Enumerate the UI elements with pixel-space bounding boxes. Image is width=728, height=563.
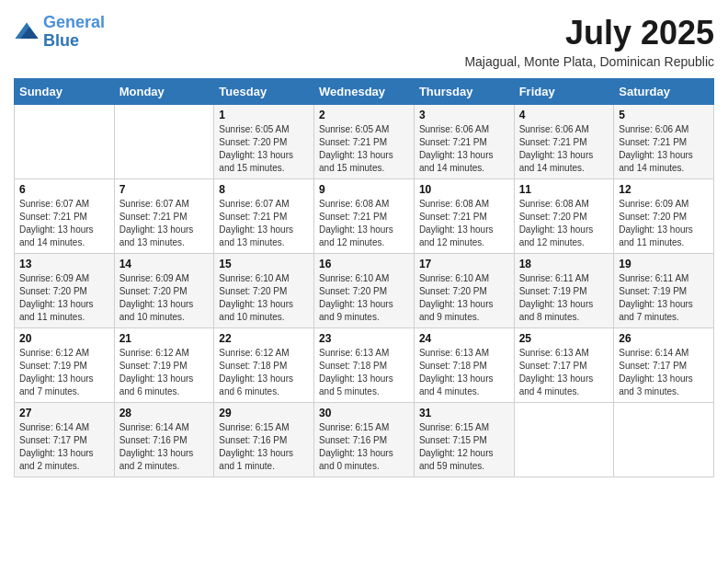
day-info: Sunrise: 6:07 AM Sunset: 7:21 PM Dayligh…: [119, 198, 210, 249]
day-info: Sunrise: 6:13 AM Sunset: 7:17 PM Dayligh…: [519, 347, 609, 398]
day-info: Sunrise: 6:08 AM Sunset: 7:21 PM Dayligh…: [319, 198, 409, 249]
day-number: 4: [519, 109, 609, 121]
day-info: Sunrise: 6:15 AM Sunset: 7:15 PM Dayligh…: [419, 421, 509, 473]
day-info: Sunrise: 6:12 AM Sunset: 7:19 PM Dayligh…: [119, 347, 210, 398]
calendar: SundayMondayTuesdayWednesdayThursdayFrid…: [14, 78, 714, 477]
calendar-week-row: 1Sunrise: 6:05 AM Sunset: 7:20 PM Daylig…: [15, 105, 714, 179]
calendar-cell: 3Sunrise: 6:06 AM Sunset: 7:21 PM Daylig…: [414, 105, 514, 179]
day-info: Sunrise: 6:07 AM Sunset: 7:21 PM Dayligh…: [219, 198, 309, 249]
calendar-cell: 21Sunrise: 6:12 AM Sunset: 7:19 PM Dayli…: [114, 328, 214, 403]
calendar-cell: 20Sunrise: 6:12 AM Sunset: 7:19 PM Dayli…: [15, 328, 115, 403]
calendar-cell: 27Sunrise: 6:14 AM Sunset: 7:17 PM Dayli…: [15, 403, 115, 477]
day-number: 24: [419, 332, 509, 345]
day-info: Sunrise: 6:14 AM Sunset: 7:16 PM Dayligh…: [119, 421, 210, 473]
day-info: Sunrise: 6:09 AM Sunset: 7:20 PM Dayligh…: [19, 272, 109, 324]
day-info: Sunrise: 6:10 AM Sunset: 7:20 PM Dayligh…: [419, 272, 509, 324]
day-number: 26: [619, 332, 709, 345]
logo-icon: [14, 19, 40, 45]
calendar-cell: [15, 105, 115, 179]
calendar-cell: 8Sunrise: 6:07 AM Sunset: 7:21 PM Daylig…: [214, 179, 314, 254]
calendar-cell: 25Sunrise: 6:13 AM Sunset: 7:17 PM Dayli…: [514, 328, 614, 403]
calendar-day-header: Friday: [514, 79, 614, 105]
day-number: 10: [419, 183, 509, 196]
day-number: 7: [119, 183, 210, 196]
logo: General Blue: [14, 14, 105, 51]
calendar-cell: 23Sunrise: 6:13 AM Sunset: 7:18 PM Dayli…: [314, 328, 415, 403]
calendar-cell: 7Sunrise: 6:07 AM Sunset: 7:21 PM Daylig…: [114, 179, 214, 254]
calendar-header-row: SundayMondayTuesdayWednesdayThursdayFrid…: [15, 79, 714, 105]
calendar-cell: 10Sunrise: 6:08 AM Sunset: 7:21 PM Dayli…: [414, 179, 514, 254]
day-number: 2: [319, 109, 409, 121]
month-title: July 2025: [464, 14, 714, 52]
day-number: 20: [19, 332, 109, 345]
day-number: 16: [319, 258, 409, 270]
calendar-week-row: 13Sunrise: 6:09 AM Sunset: 7:20 PM Dayli…: [15, 254, 714, 328]
day-number: 6: [19, 183, 109, 196]
logo-line1: General: [43, 13, 105, 31]
day-info: Sunrise: 6:09 AM Sunset: 7:20 PM Dayligh…: [619, 198, 709, 249]
day-number: 1: [219, 109, 309, 121]
day-number: 12: [619, 183, 709, 196]
day-number: 22: [219, 332, 309, 345]
day-info: Sunrise: 6:06 AM Sunset: 7:21 PM Dayligh…: [519, 123, 609, 175]
day-info: Sunrise: 6:07 AM Sunset: 7:21 PM Dayligh…: [19, 198, 109, 249]
calendar-cell: 15Sunrise: 6:10 AM Sunset: 7:20 PM Dayli…: [214, 254, 314, 328]
day-info: Sunrise: 6:15 AM Sunset: 7:16 PM Dayligh…: [319, 421, 409, 473]
day-number: 21: [119, 332, 210, 345]
day-info: Sunrise: 6:09 AM Sunset: 7:20 PM Dayligh…: [119, 272, 210, 324]
calendar-day-header: Thursday: [414, 79, 514, 105]
calendar-day-header: Monday: [114, 79, 214, 105]
day-number: 8: [219, 183, 309, 196]
calendar-cell: 19Sunrise: 6:11 AM Sunset: 7:19 PM Dayli…: [614, 254, 714, 328]
day-number: 9: [319, 183, 409, 196]
calendar-cell: [114, 105, 214, 179]
day-info: Sunrise: 6:10 AM Sunset: 7:20 PM Dayligh…: [319, 272, 409, 324]
calendar-cell: 2Sunrise: 6:05 AM Sunset: 7:21 PM Daylig…: [314, 105, 415, 179]
day-info: Sunrise: 6:08 AM Sunset: 7:20 PM Dayligh…: [519, 198, 609, 249]
day-number: 19: [619, 258, 709, 270]
calendar-cell: 4Sunrise: 6:06 AM Sunset: 7:21 PM Daylig…: [514, 105, 614, 179]
day-info: Sunrise: 6:12 AM Sunset: 7:18 PM Dayligh…: [219, 347, 309, 398]
day-number: 27: [19, 407, 109, 419]
day-number: 11: [519, 183, 609, 196]
header: General Blue July 2025 Majagual, Monte P…: [14, 14, 714, 69]
calendar-day-header: Tuesday: [214, 79, 314, 105]
day-info: Sunrise: 6:11 AM Sunset: 7:19 PM Dayligh…: [619, 272, 709, 324]
day-number: 13: [19, 258, 109, 270]
calendar-cell: 30Sunrise: 6:15 AM Sunset: 7:16 PM Dayli…: [314, 403, 415, 477]
day-info: Sunrise: 6:12 AM Sunset: 7:19 PM Dayligh…: [19, 347, 109, 398]
calendar-cell: 13Sunrise: 6:09 AM Sunset: 7:20 PM Dayli…: [15, 254, 115, 328]
calendar-cell: 18Sunrise: 6:11 AM Sunset: 7:19 PM Dayli…: [514, 254, 614, 328]
day-number: 5: [619, 109, 709, 121]
subtitle: Majagual, Monte Plata, Dominican Republi…: [464, 54, 714, 69]
calendar-cell: [614, 403, 714, 477]
calendar-week-row: 20Sunrise: 6:12 AM Sunset: 7:19 PM Dayli…: [15, 328, 714, 403]
day-info: Sunrise: 6:10 AM Sunset: 7:20 PM Dayligh…: [219, 272, 309, 324]
day-info: Sunrise: 6:14 AM Sunset: 7:17 PM Dayligh…: [619, 347, 709, 398]
day-number: 15: [219, 258, 309, 270]
day-number: 28: [119, 407, 210, 419]
day-number: 25: [519, 332, 609, 345]
logo-text: General Blue: [43, 14, 105, 51]
calendar-cell: 24Sunrise: 6:13 AM Sunset: 7:18 PM Dayli…: [414, 328, 514, 403]
day-number: 14: [119, 258, 210, 270]
day-info: Sunrise: 6:11 AM Sunset: 7:19 PM Dayligh…: [519, 272, 609, 324]
day-number: 29: [219, 407, 309, 419]
calendar-cell: 9Sunrise: 6:08 AM Sunset: 7:21 PM Daylig…: [314, 179, 415, 254]
calendar-cell: 5Sunrise: 6:06 AM Sunset: 7:21 PM Daylig…: [614, 105, 714, 179]
calendar-cell: 28Sunrise: 6:14 AM Sunset: 7:16 PM Dayli…: [114, 403, 214, 477]
day-info: Sunrise: 6:05 AM Sunset: 7:21 PM Dayligh…: [319, 123, 409, 175]
day-number: 30: [319, 407, 409, 419]
day-info: Sunrise: 6:05 AM Sunset: 7:20 PM Dayligh…: [219, 123, 309, 175]
calendar-day-header: Sunday: [15, 79, 115, 105]
day-info: Sunrise: 6:13 AM Sunset: 7:18 PM Dayligh…: [319, 347, 409, 398]
day-number: 31: [419, 407, 509, 419]
calendar-cell: 14Sunrise: 6:09 AM Sunset: 7:20 PM Dayli…: [114, 254, 214, 328]
calendar-cell: 12Sunrise: 6:09 AM Sunset: 7:20 PM Dayli…: [614, 179, 714, 254]
calendar-cell: 1Sunrise: 6:05 AM Sunset: 7:20 PM Daylig…: [214, 105, 314, 179]
calendar-cell: 16Sunrise: 6:10 AM Sunset: 7:20 PM Dayli…: [314, 254, 415, 328]
calendar-cell: 17Sunrise: 6:10 AM Sunset: 7:20 PM Dayli…: [414, 254, 514, 328]
calendar-cell: 31Sunrise: 6:15 AM Sunset: 7:15 PM Dayli…: [414, 403, 514, 477]
calendar-cell: 6Sunrise: 6:07 AM Sunset: 7:21 PM Daylig…: [15, 179, 115, 254]
calendar-week-row: 27Sunrise: 6:14 AM Sunset: 7:17 PM Dayli…: [15, 403, 714, 477]
